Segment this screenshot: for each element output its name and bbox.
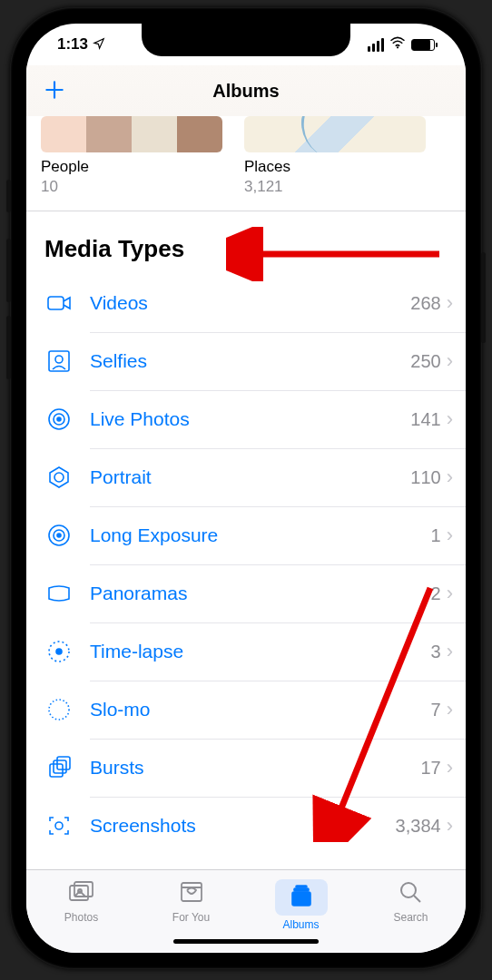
albums-icon [275,879,328,916]
chevron-right-icon: › [447,756,453,779]
list-item-longexposure[interactable]: Long Exposure 1 › [26,506,466,564]
row-label: Bursts [90,757,420,779]
tab-search[interactable]: Search [356,879,466,924]
row-label: Screenshots [90,815,396,837]
cell-signal-icon [368,38,384,52]
portrait-icon [44,463,74,492]
album-name: People [41,158,222,176]
list-item-selfies[interactable]: Selfies 250 › [26,332,466,390]
svg-rect-14 [50,764,63,777]
svg-rect-23 [182,883,202,901]
list-item-videos[interactable]: Videos 268 › [26,274,466,332]
svg-rect-15 [54,760,66,773]
row-count: 17 [420,758,440,779]
list-item-portrait[interactable]: Portrait 110 › [26,448,466,506]
chevron-right-icon: › [447,582,453,605]
svg-point-10 [57,534,61,537]
row-count: 3,384 [396,816,441,837]
tab-foryou[interactable]: For You [136,879,246,924]
row-count: 3 [431,642,441,662]
album-count: 3,121 [244,178,426,196]
tab-label: Search [393,911,428,924]
screenshots-icon [44,811,74,840]
location-arrow-icon [93,37,105,53]
svg-point-12 [56,649,62,654]
svg-point-28 [401,883,416,897]
svg-rect-25 [292,892,310,906]
home-indicator[interactable] [173,939,319,944]
tab-albums[interactable]: Albums [246,879,356,931]
wifi-icon [389,35,406,54]
livephoto-icon [44,405,74,434]
section-header-media-types: Media Types [26,211,466,274]
album-tile-people[interactable]: People 10 [41,116,222,196]
tab-label: Albums [282,918,319,931]
search-icon [398,879,425,908]
svg-line-29 [414,896,420,902]
people-thumbnail [41,116,222,152]
list-item-panoramas[interactable]: Panoramas 2 › [26,564,466,622]
svg-point-0 [397,46,399,48]
list-item-bursts[interactable]: Bursts 17 › [26,739,466,797]
foryou-icon [178,879,205,908]
svg-rect-27 [296,886,307,887]
tab-label: Photos [64,911,98,924]
video-icon [44,289,74,318]
chevron-right-icon: › [447,349,453,373]
longexposure-icon [44,521,74,550]
panorama-icon [44,579,74,608]
svg-rect-26 [294,888,309,891]
selfie-icon [44,347,74,376]
svg-point-6 [57,417,61,421]
row-label: Long Exposure [90,524,431,546]
list-item-timelapse[interactable]: Time-lapse 3 › [26,622,466,681]
places-thumbnail [244,116,426,152]
row-count: 250 [410,351,440,372]
chevron-right-icon: › [447,291,453,315]
svg-point-3 [55,356,63,363]
row-label: Live Photos [90,408,410,430]
row-label: Panoramas [90,583,431,604]
svg-point-17 [55,822,63,829]
row-count: 2 [431,583,441,604]
content-area[interactable]: People 10 Places 3,121 Media Types Video… [26,116,466,869]
row-count: 1 [431,525,441,546]
status-time: 1:13 [57,35,88,54]
media-types-list: Videos 268 › Selfies 250 › Live [26,274,466,855]
people-places-strip: People 10 Places 3,121 [26,116,466,211]
svg-rect-2 [49,351,69,371]
row-label: Portrait [90,466,410,488]
chevron-right-icon: › [447,698,453,721]
chevron-right-icon: › [447,814,453,838]
svg-point-7 [54,473,64,482]
list-item-screenshots[interactable]: Screenshots 3,384 › [26,797,466,855]
album-count: 10 [41,178,222,196]
row-count: 268 [410,293,440,314]
svg-point-13 [49,700,69,720]
tab-label: For You [172,911,210,924]
row-count: 141 [410,409,440,430]
chevron-right-icon: › [447,407,453,431]
tab-photos[interactable]: Photos [26,879,136,924]
row-label: Videos [90,292,410,314]
album-tile-places[interactable]: Places 3,121 [244,116,426,196]
bursts-icon [44,753,74,782]
chevron-right-icon: › [447,466,453,489]
nav-bar: Albums [26,65,466,116]
chevron-right-icon: › [447,524,453,547]
list-item-livephotos[interactable]: Live Photos 141 › [26,390,466,448]
list-item-slomo[interactable]: Slo-mo 7 › [26,681,466,739]
page-title: Albums [212,81,279,102]
row-count: 110 [410,467,440,488]
row-label: Time-lapse [90,641,431,662]
photos-icon [68,879,95,908]
svg-rect-1 [48,297,64,309]
add-button[interactable] [43,75,66,106]
chevron-right-icon: › [447,640,453,663]
battery-icon [411,39,435,51]
row-count: 7 [431,700,441,720]
svg-rect-16 [57,757,70,769]
slomo-icon [44,695,74,724]
row-label: Selfies [90,350,410,372]
timelapse-icon [44,637,74,666]
